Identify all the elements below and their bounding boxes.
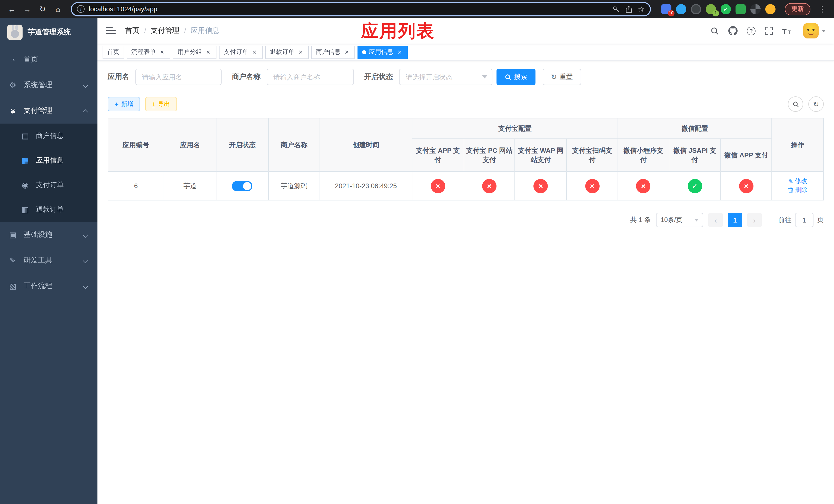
col-header-alipay-qr: 支付宝扫码支付 — [567, 139, 618, 171]
avatar[interactable] — [803, 23, 819, 39]
dashboard-icon: ◔ — [8, 55, 18, 64]
tab-process-form[interactable]: 流程表单 × — [127, 45, 170, 59]
extension-icon[interactable] — [750, 4, 761, 14]
browser-reload-icon[interactable]: ↻ — [36, 2, 49, 16]
address-bar[interactable]: i localhost:1024/pay/app ☆ — [71, 2, 651, 16]
sidebar-item-system[interactable]: ⚙ 系统管理 — [0, 72, 97, 98]
extension-badge: 1 — [712, 10, 719, 16]
tab-label: 用户分组 — [177, 48, 202, 56]
search-icon[interactable] — [710, 26, 719, 35]
browser-update-button[interactable]: 更新 — [785, 3, 810, 15]
breadcrumb-section[interactable]: 支付管理 — [151, 26, 179, 36]
sidebar-item-payment[interactable]: ¥ 支付管理 — [0, 98, 97, 123]
tab-app-info[interactable]: 应用信息 × — [357, 45, 408, 59]
sidebar-item-workflow[interactable]: ▧ 工作流程 — [0, 273, 97, 299]
status-select-input[interactable] — [399, 69, 492, 85]
delete-button[interactable]: 删除 — [788, 186, 807, 194]
plus-icon: + — [114, 100, 118, 108]
col-header-status: 开启状态 — [216, 118, 268, 171]
search-button[interactable]: 搜索 — [497, 69, 535, 85]
tab-pay-order[interactable]: 支付订单 × — [219, 45, 263, 59]
app-name-input[interactable] — [135, 69, 222, 85]
sidebar-item-label: 应用信息 — [36, 156, 64, 165]
export-button[interactable]: ↓ 导出 — [145, 97, 177, 111]
table-toolbar: + 新增 ↓ 导出 ↻ — [108, 96, 824, 112]
tab-refund-order[interactable]: 退款订单 × — [265, 45, 309, 59]
font-size-icon[interactable]: TT — [782, 27, 792, 35]
browser-home-icon[interactable]: ⌂ — [51, 2, 65, 16]
password-key-icon[interactable] — [612, 5, 619, 13]
reset-button[interactable]: ↻ 重置 — [543, 69, 581, 85]
browser-forward-icon[interactable]: → — [21, 2, 34, 16]
col-group-alipay: 支付宝配置 — [412, 118, 618, 139]
sidebar-item-infrastructure[interactable]: ▣ 基础设施 — [0, 222, 97, 248]
edit-button[interactable]: ✎ 修改 — [788, 177, 807, 186]
tab-home[interactable]: 首页 — [103, 45, 124, 59]
sidebar-item-merchant-info[interactable]: ▤ 商户信息 — [0, 123, 97, 148]
address-bar-actions: ☆ — [612, 5, 646, 13]
merchant-name-input[interactable] — [267, 69, 354, 85]
prev-page-button[interactable]: ‹ — [708, 213, 723, 227]
github-icon[interactable] — [728, 26, 738, 36]
sidebar-toggle-icon[interactable] — [106, 27, 116, 35]
navbar-actions: ? TT — [710, 23, 826, 39]
close-icon[interactable]: × — [158, 48, 166, 55]
chevron-up-icon — [83, 110, 88, 115]
sidebar-item-devtools[interactable]: ✎ 研发工具 — [0, 248, 97, 273]
extension-icon[interactable] — [765, 4, 775, 14]
table-toolbar-right: ↻ — [788, 96, 824, 112]
cell-app-id: 6 — [108, 171, 164, 200]
breadcrumb-home[interactable]: 首页 — [125, 26, 139, 36]
sidebar-item-label: 退款订单 — [36, 205, 64, 214]
toggle-search-button[interactable] — [788, 96, 803, 112]
share-icon[interactable] — [625, 5, 632, 13]
browser-chrome: ← → ↻ ⌂ i localhost:1024/pay/app ☆ 10 1 … — [0, 0, 834, 18]
app-title: 芋道管理系统 — [28, 28, 71, 37]
close-icon[interactable]: × — [396, 48, 403, 55]
extension-icon[interactable] — [691, 4, 701, 14]
browser-menu-icon[interactable]: ⋮ — [815, 2, 829, 16]
active-tab-dot — [362, 50, 366, 54]
chevron-down-icon — [83, 232, 88, 238]
app-grid-icon: ▦ — [21, 156, 30, 165]
app-table: 应用编号 应用名 开启状态 商户名称 创建时间 支付宝配置 微信配置 操作 支付… — [108, 118, 824, 201]
tab-merchant-info[interactable]: 商户信息 × — [311, 45, 355, 59]
page-size-select[interactable]: 10条/页 — [656, 213, 703, 227]
fullscreen-icon[interactable] — [765, 27, 773, 35]
close-icon[interactable]: × — [205, 48, 212, 55]
site-info-icon[interactable]: i — [77, 5, 85, 13]
help-icon[interactable]: ? — [747, 26, 755, 35]
col-header-merchant: 商户名称 — [268, 118, 320, 171]
tab-label: 退款订单 — [270, 48, 294, 56]
sidebar-item-refund-order[interactable]: ▥ 退款订单 — [0, 198, 97, 222]
sidebar-item-app-info[interactable]: ▦ 应用信息 — [0, 148, 97, 173]
cell-created: 2021-10-23 08:49:25 — [320, 171, 412, 200]
extension-icon[interactable]: 1 — [706, 4, 716, 14]
extensions-row: 10 1 ✓ — [657, 4, 780, 14]
user-menu[interactable] — [803, 23, 826, 39]
status-toggle[interactable] — [232, 181, 253, 191]
extension-icon[interactable] — [676, 4, 686, 14]
status-select[interactable] — [399, 69, 492, 85]
refresh-table-button[interactable]: ↻ — [808, 96, 824, 112]
bookmark-star-icon[interactable]: ☆ — [638, 5, 645, 13]
tab-user-group[interactable]: 用户分组 × — [173, 45, 216, 59]
next-page-button[interactable]: › — [747, 213, 762, 227]
col-header-wx-jsapi: 微信 JSAPI 支付 — [669, 139, 721, 171]
sidebar-item-home[interactable]: ◔ 首页 — [0, 47, 97, 72]
gear-icon: ⚙ — [8, 81, 18, 90]
close-icon[interactable]: × — [251, 48, 258, 55]
download-icon: ↓ — [152, 100, 155, 108]
close-icon[interactable]: × — [297, 48, 304, 55]
browser-back-icon[interactable]: ← — [5, 2, 19, 16]
chevron-down-icon — [695, 219, 699, 222]
extension-icon[interactable]: ✓ — [721, 4, 731, 14]
close-icon[interactable]: × — [343, 48, 350, 55]
extension-icon[interactable] — [736, 4, 746, 14]
sidebar-item-pay-order[interactable]: ◉ 支付订单 — [0, 173, 97, 198]
extension-icon[interactable]: 10 — [661, 4, 672, 14]
sidebar-item-label: 支付订单 — [36, 181, 64, 190]
goto-page-input[interactable] — [795, 213, 813, 227]
page-1-button[interactable]: 1 — [728, 213, 742, 227]
add-button[interactable]: + 新增 — [108, 97, 140, 111]
